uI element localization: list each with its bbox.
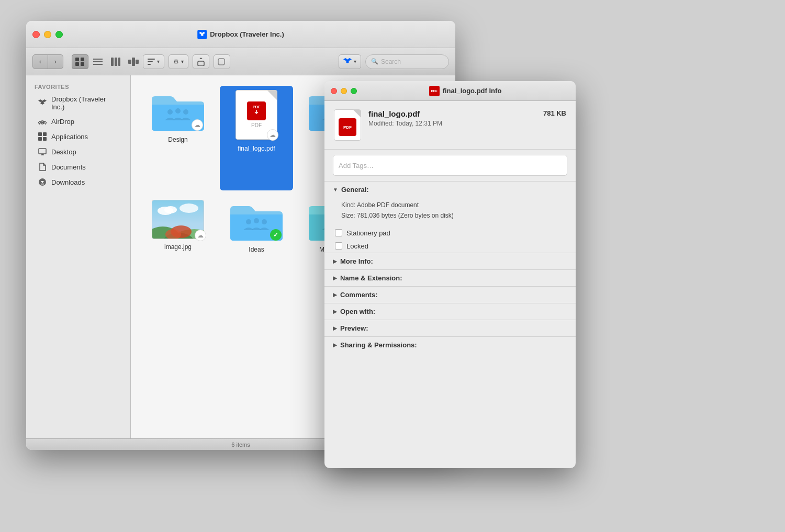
back-button[interactable]: ‹ — [32, 54, 48, 69]
sidebar-item-dropbox[interactable]: Dropbox (Traveler Inc.) — [29, 93, 127, 114]
info-maximize-button[interactable] — [351, 88, 357, 94]
cover-flow-button[interactable] — [125, 54, 142, 69]
info-close-button[interactable] — [331, 88, 337, 94]
triangle-right-icon-2: ▶ — [333, 275, 337, 281]
preview-header[interactable]: ▶ Preview: — [324, 320, 576, 336]
stationery-checkbox[interactable] — [335, 229, 342, 236]
sidebar-dropbox-label: Dropbox (Traveler Inc.) — [51, 95, 119, 111]
toolbar: ‹ › — [26, 48, 455, 75]
sidebar-documents-label: Documents — [51, 163, 86, 171]
open-with-header[interactable]: ▶ Open with: — [324, 303, 576, 320]
check-badge-ideas: ✓ — [270, 229, 282, 241]
svg-rect-12 — [115, 58, 117, 66]
locked-label: Locked — [346, 242, 368, 250]
triangle-right-icon-4: ▶ — [333, 309, 337, 314]
file-item-final-logo[interactable]: PDF PDF ☁ final_logo.pdf — [220, 86, 293, 190]
file-item-image[interactable]: ☁ image.jpg — [141, 196, 215, 300]
info-titlebar: PDF final_logo.pdf Info — [324, 81, 576, 101]
svg-rect-4 — [75, 58, 79, 61]
triangle-right-icon-1: ▶ — [333, 258, 337, 264]
info-file-icon: PDF — [334, 109, 361, 141]
svg-rect-7 — [81, 62, 84, 66]
list-view-button[interactable] — [89, 54, 106, 69]
file-item-ideas[interactable]: ✓ Ideas — [220, 196, 293, 300]
stationery-label: Stationery pad — [346, 229, 390, 237]
final-logo-icon: PDF PDF ☁ — [236, 90, 277, 140]
svg-rect-33 — [38, 137, 42, 141]
sidebar-item-downloads[interactable]: Downloads — [29, 175, 127, 189]
tags-placeholder: Add Tags… — [339, 162, 374, 169]
triangle-right-icon-5: ▶ — [333, 325, 337, 331]
sidebar-applications-label: Applications — [51, 133, 88, 141]
sidebar-downloads-label: Downloads — [51, 178, 85, 186]
svg-marker-3 — [200, 34, 204, 36]
locked-checkbox[interactable] — [335, 242, 342, 250]
triangle-right-icon-3: ▶ — [333, 292, 337, 298]
svg-rect-10 — [93, 64, 103, 65]
documents-icon — [38, 162, 47, 172]
tags-field[interactable]: Add Tags… — [333, 155, 567, 176]
dropbox-sidebar-icon — [38, 98, 47, 108]
svg-rect-35 — [39, 149, 46, 154]
desktop: Dropbox (Traveler Inc.) ‹ › — [0, 0, 785, 532]
minimize-button[interactable] — [44, 31, 51, 38]
svg-point-56 — [246, 219, 251, 224]
kind-row: Kind: Adobe PDF document — [341, 200, 565, 210]
applications-icon — [38, 132, 47, 141]
svg-point-41 — [167, 109, 173, 115]
info-file-meta: final_logo.pdf Modified: Today, 12:31 PM — [368, 109, 536, 127]
sidebar-item-airdrop[interactable]: AirDrop — [29, 114, 127, 129]
name-ext-label: Name & Extension: — [340, 274, 402, 282]
cloud-badge-pdf: ☁ — [267, 129, 278, 141]
more-info-label: More Info: — [340, 257, 373, 265]
svg-rect-9 — [93, 61, 103, 62]
desktop-icon — [38, 147, 47, 156]
action-button[interactable]: ⚙ ▾ — [169, 54, 188, 69]
name-ext-header[interactable]: ▶ Name & Extension: — [324, 270, 576, 286]
ideas-label: Ideas — [249, 246, 264, 253]
svg-rect-19 — [148, 64, 151, 65]
file-item-design[interactable]: ☁ Design — [141, 86, 215, 190]
sidebar-item-applications[interactable]: Applications — [29, 129, 127, 144]
info-traffic-lights — [331, 88, 357, 94]
svg-point-50 — [180, 203, 198, 213]
info-panel-title: PDF final_logo.pdf Info — [361, 86, 569, 96]
section-general: ▼ General: Kind: Adobe PDF document Size… — [324, 181, 576, 227]
ideas-folder-icon: ✓ — [230, 200, 283, 242]
icon-view-button[interactable] — [72, 54, 88, 69]
sidebar-desktop-label: Desktop — [51, 148, 76, 156]
sidebar-item-documents[interactable]: Documents — [29, 160, 127, 174]
search-box[interactable]: 🔍 Search — [365, 54, 449, 69]
svg-point-49 — [164, 206, 177, 213]
svg-rect-31 — [38, 132, 42, 136]
traffic-lights — [32, 31, 63, 38]
column-view-button[interactable] — [107, 54, 124, 69]
comments-header[interactable]: ▶ Comments: — [324, 287, 576, 303]
general-section-header[interactable]: ▼ General: — [324, 182, 576, 198]
cloud-badge-design: ☁ — [192, 119, 203, 131]
maximize-button[interactable] — [55, 31, 63, 38]
info-minimize-button[interactable] — [341, 88, 347, 94]
info-panel: PDF final_logo.pdf Info PDF final_logo.p… — [324, 81, 576, 468]
dropbox-button[interactable]: ▾ — [339, 54, 361, 69]
section-sharing: ▶ Sharing & Permissions: — [324, 336, 576, 353]
section-more-info: ▶ More Info: — [324, 253, 576, 269]
svg-rect-6 — [75, 62, 79, 66]
close-button[interactable] — [32, 31, 40, 38]
svg-rect-34 — [43, 137, 47, 141]
section-comments: ▶ Comments: — [324, 286, 576, 303]
triangle-right-icon-6: ▶ — [333, 342, 337, 348]
sharing-header[interactable]: ▶ Sharing & Permissions: — [324, 337, 576, 353]
info-filename: final_logo.pdf — [368, 109, 536, 118]
forward-button[interactable]: › — [48, 54, 63, 69]
tag-button[interactable] — [214, 54, 230, 69]
svg-rect-11 — [111, 58, 114, 66]
sidebar-item-desktop[interactable]: Desktop — [29, 144, 127, 159]
locked-row: Locked — [324, 240, 576, 253]
arrange-button[interactable]: ▾ — [143, 54, 164, 69]
info-pdf-badge: PDF — [429, 86, 440, 96]
titlebar: Dropbox (Traveler Inc.) — [26, 21, 455, 48]
more-info-header[interactable]: ▶ More Info: — [324, 253, 576, 269]
svg-rect-21 — [218, 59, 225, 65]
share-button[interactable] — [193, 54, 209, 69]
